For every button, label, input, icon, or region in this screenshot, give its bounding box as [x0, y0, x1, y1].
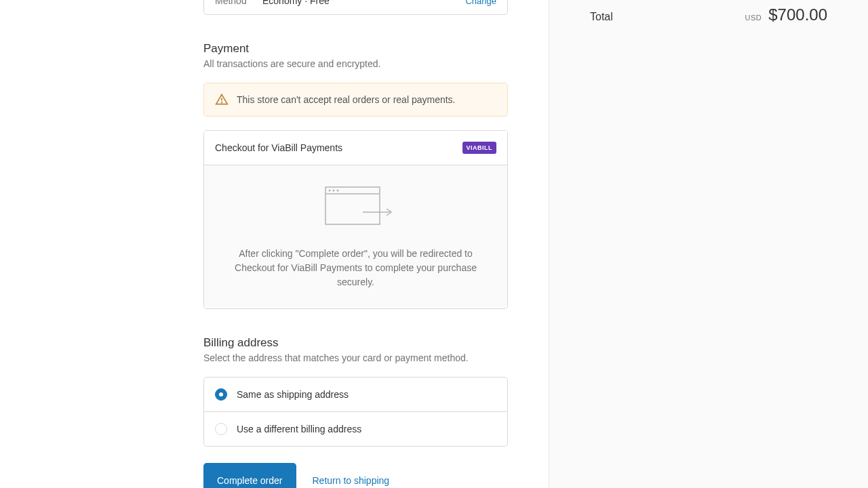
method-value: Economy · Free: [262, 0, 465, 6]
change-method-link[interactable]: Change: [465, 0, 496, 6]
warning-icon: [215, 93, 229, 106]
billing-different-label: Use a different billing address: [237, 424, 361, 434]
radio-selected-icon: [215, 388, 227, 401]
payment-title: Payment: [203, 42, 508, 56]
payment-option-label: Checkout for ViaBill Payments: [215, 142, 342, 153]
billing-same-label: Same as shipping address: [237, 389, 349, 400]
svg-point-6: [336, 190, 338, 192]
svg-point-1: [222, 102, 222, 103]
payment-body: After clicking "Complete order", you wil…: [204, 165, 507, 308]
complete-order-button[interactable]: Complete order: [203, 463, 296, 488]
radio-unselected-icon: [215, 423, 227, 435]
viabill-badge: VIABILL: [462, 142, 497, 154]
billing-different-option[interactable]: Use a different billing address: [204, 411, 507, 446]
billing-radio-group: Same as shipping address Use a different…: [203, 377, 508, 447]
billing-section: Billing address Select the address that …: [203, 336, 508, 447]
redirect-illustration-icon: [315, 182, 397, 236]
payment-subtitle: All transactions are secure and encrypte…: [203, 58, 508, 69]
method-label: Method: [215, 0, 262, 6]
billing-same-option[interactable]: Same as shipping address: [204, 378, 507, 411]
payment-section: Payment All transactions are secure and …: [203, 42, 508, 309]
total-amount: $700.00: [768, 5, 827, 24]
order-summary-sidebar: Total USD $700.00: [549, 0, 868, 488]
method-row: Method Economy · Free Change: [204, 0, 507, 14]
billing-subtitle: Select the address that matches your car…: [203, 352, 508, 363]
currency-label: USD: [745, 14, 762, 22]
payment-description: After clicking "Complete order", you wil…: [229, 247, 483, 289]
svg-rect-2: [326, 187, 380, 224]
return-to-shipping-link[interactable]: Return to shipping: [313, 475, 390, 486]
payment-method-box: Checkout for ViaBill Payments VIABILL: [203, 130, 508, 309]
billing-title: Billing address: [203, 336, 508, 350]
svg-point-5: [332, 190, 334, 192]
svg-point-4: [328, 190, 330, 192]
actions-row: Complete order Return to shipping: [203, 463, 508, 488]
warning-text: This store can't accept real orders or r…: [237, 94, 455, 105]
summary-box: Method Economy · Free Change: [203, 0, 508, 15]
total-label: Total: [590, 11, 613, 23]
warning-banner: This store can't accept real orders or r…: [203, 83, 508, 117]
payment-option-header[interactable]: Checkout for ViaBill Payments VIABILL: [204, 131, 507, 165]
total-row: Total USD $700.00: [590, 0, 827, 30]
